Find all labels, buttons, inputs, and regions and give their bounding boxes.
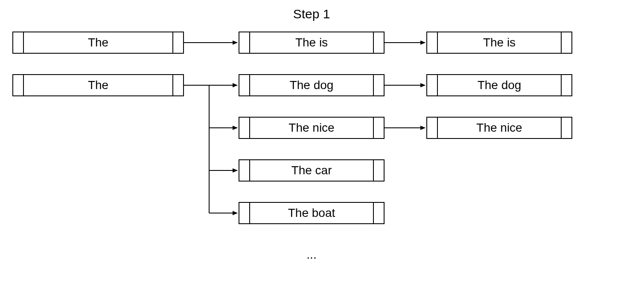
node-text: The dog xyxy=(478,78,522,92)
node-col2-row2: The dog xyxy=(239,75,384,96)
node-col3-row1: The is xyxy=(427,32,572,53)
node-col2-row3: The nice xyxy=(239,117,384,138)
node-text: The nice xyxy=(288,121,334,134)
node-text: The boat xyxy=(288,206,335,219)
node-text: The xyxy=(88,36,108,49)
node-col3-row3: The nice xyxy=(427,117,572,138)
node-col1-row2: The xyxy=(13,75,184,96)
node-col3-row2: The dog xyxy=(427,75,572,96)
node-text: The nice xyxy=(476,121,522,134)
node-col2-row5: The boat xyxy=(239,202,384,224)
node-text: The dog xyxy=(290,78,334,92)
node-text: The xyxy=(88,78,108,92)
node-col2-row4: The car xyxy=(239,160,384,181)
step-title: Step 1 xyxy=(293,7,330,21)
diagram-canvas: Step 1 The The The is The dog The nice xyxy=(0,0,644,297)
node-text: The is xyxy=(483,36,516,49)
node-text: The is xyxy=(295,36,328,49)
node-text: The car xyxy=(291,164,332,177)
node-col2-row1: The is xyxy=(239,32,384,53)
ellipsis: ... xyxy=(306,248,316,261)
node-col1-row1: The xyxy=(13,32,184,53)
